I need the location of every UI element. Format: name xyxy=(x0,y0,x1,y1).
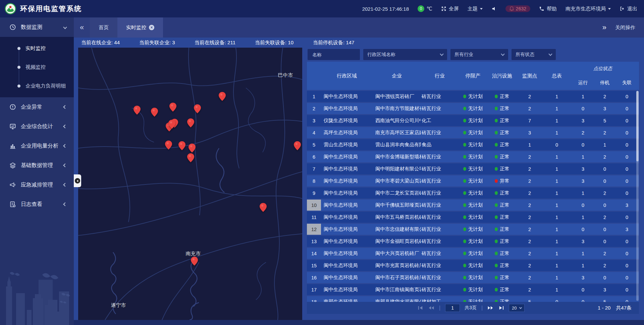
table-row[interactable]: 16阆中生态环境局阆中市石子页岩机砖厂砖瓦行业无计划正常21300 xyxy=(307,272,639,283)
cell-company: 阆中市忠信建材有限公 xyxy=(373,224,421,235)
temperature-badge: 0 xyxy=(418,5,424,12)
table-row[interactable]: 10阆中生态环境局阆中千佛镇五郎垭页岩砖瓦行业无计划正常21003 xyxy=(307,200,639,211)
map-pin[interactable] xyxy=(169,103,176,112)
chevron-left-icon xyxy=(63,105,67,109)
close-tab-icon[interactable]: × xyxy=(149,25,154,30)
sidebar-item-enterprise-abnormal[interactable]: 企业异常 xyxy=(0,97,74,117)
tab-home[interactable]: 首页 xyxy=(90,17,117,38)
map-pin[interactable] xyxy=(187,118,194,127)
top-right-toolbar: 2021-02-25 17:46:18 0 ℃ 全屏 主题 xyxy=(362,5,644,12)
map-pin[interactable] xyxy=(133,106,141,115)
table-row[interactable]: 15阆中生态环境局阆中市光富页岩机砖厂砖瓦行业无计划正常21120 xyxy=(307,260,639,271)
map-pin[interactable] xyxy=(178,141,185,150)
table-row[interactable]: 11阆中生态环境局阆中市五马桥页岩机砖砖瓦行业无计划正常21120 xyxy=(307,212,639,223)
row-number: 1 xyxy=(307,91,321,102)
table-row[interactable]: 8阆中生态环境局阆中市枣碧大梁山页岩砖瓦行业无计划异常21300 xyxy=(307,175,639,186)
table-row[interactable]: 17阆中生态环境局阆中市江南镇阆南页岩砖瓦行业无计划正常21030 xyxy=(307,284,639,295)
last-page-button[interactable] xyxy=(498,306,504,310)
map-pin[interactable] xyxy=(189,144,196,153)
sidebar-item-realtime-monitoring[interactable]: 实时监控 xyxy=(0,39,74,58)
cell-points: 2 xyxy=(517,212,542,223)
table-row[interactable]: 18南部生态环境局南部县建华水泥有限公建材加工无计划正常50050 xyxy=(307,296,639,302)
tab-realtime-monitoring[interactable]: 实时监控 × xyxy=(117,17,163,38)
industry-filter-select[interactable]: 所有行业 xyxy=(450,49,508,60)
sidebar-item-log-view[interactable]: 日志查看 xyxy=(0,195,74,214)
col-industry: 行业 xyxy=(421,62,459,90)
map-pin[interactable] xyxy=(191,257,198,266)
map-pin[interactable] xyxy=(165,141,172,150)
map-pin[interactable] xyxy=(219,92,226,101)
previous-page-button[interactable] xyxy=(428,306,434,310)
status-dot-green xyxy=(495,167,498,171)
map-pin[interactable] xyxy=(294,141,301,150)
cell-running: 1 xyxy=(571,187,595,199)
cell-meters: 1 xyxy=(542,224,571,235)
pagination-bar: | 1 共3页 | 20 1 - 20 共47条 xyxy=(307,302,639,314)
theme-dropdown[interactable]: 主题 xyxy=(468,6,483,12)
cell-facility: 正常 xyxy=(487,284,517,295)
map-pin[interactable] xyxy=(187,153,194,162)
table-row[interactable]: 6阆中生态环境局阆中市金博瑞新型墙材砖瓦行业无计划正常21120 xyxy=(307,151,639,162)
cell-lost: 0 xyxy=(615,187,639,199)
map-pin[interactable] xyxy=(194,104,201,113)
first-page-button[interactable] xyxy=(418,306,424,310)
name-filter[interactable] xyxy=(308,49,360,60)
status-dot-green xyxy=(463,227,466,231)
chevron-left-icon xyxy=(63,144,67,148)
region-filter-select[interactable]: 行政区域名称 xyxy=(363,49,447,60)
close-operations-button[interactable]: 关闭操作 xyxy=(615,24,635,31)
table-row[interactable]: 3仪陇生态环境局西南油气田分公司川中化工无计划正常71350 xyxy=(307,115,639,126)
next-page-button[interactable] xyxy=(487,306,493,310)
status-dot-green xyxy=(495,143,498,147)
map-pin[interactable] xyxy=(168,120,175,129)
page-size-select[interactable]: 20 xyxy=(509,304,524,312)
tabs-scroll-right-button[interactable]: » xyxy=(602,23,606,32)
current-page-input[interactable]: 1 xyxy=(445,304,460,312)
table-row[interactable]: 5营山生态环境局营山县润丰肉食品有限食品无计划正常10010 xyxy=(307,139,639,150)
table-row[interactable]: 14阆中生态环境局阆中大兴页岩机砖厂砖瓦行业无计划正常21120 xyxy=(307,248,639,259)
sidebar-item-data-monitoring[interactable]: 数据监测 xyxy=(0,17,74,37)
logout-button[interactable]: 退出 xyxy=(620,6,637,12)
row-number: 18 xyxy=(307,296,321,302)
fullscreen-button[interactable]: 全屏 xyxy=(441,6,459,12)
cell-industry: 砖瓦行业 xyxy=(421,187,459,199)
sidebar-item-basic-data[interactable]: 基础数据管理 xyxy=(0,156,74,175)
map-panel[interactable]: 巴中市南充市遂宁市 xyxy=(78,48,302,320)
cell-running: 0 xyxy=(571,139,595,150)
cell-region: 阆中生态环境局 xyxy=(321,91,373,102)
cell-facility: 正常 xyxy=(487,272,517,283)
cell-stopped: 1 xyxy=(595,139,615,150)
table-row[interactable]: 12阆中生态环境局阆中市忠信建材有限公砖瓦行业无计划正常21003 xyxy=(307,224,639,235)
table-row[interactable]: 7阆中生态环境局阆中明阳建材有限公司砖瓦行业无计划正常21300 xyxy=(307,163,639,174)
table-row[interactable]: 13阆中生态环境局阆中市金福旺页岩机砖砖瓦行业无计划正常21300 xyxy=(307,236,639,247)
table-scrollbar[interactable] xyxy=(636,91,639,301)
sidebar-item-power-analysis[interactable]: 企业用电量分析 xyxy=(0,136,74,156)
sidebar-item-video-monitoring[interactable]: 视频监控 xyxy=(0,58,74,76)
table-row[interactable]: 1阆中生态环境局阆中强锐页岩砖厂砖瓦行业无计划正常21120 xyxy=(307,91,639,102)
cell-limit: 无计划 xyxy=(459,200,487,211)
sound-button[interactable] xyxy=(491,6,497,11)
sidebar-item-enterprise-statistics[interactable]: 企业综合统计 xyxy=(0,117,74,136)
sidebar-item-emergency-reduction[interactable]: 应急减排管理 xyxy=(0,175,74,195)
tabs-scroll-left-button[interactable]: « xyxy=(74,17,90,38)
help-button[interactable]: 帮助 xyxy=(539,6,557,12)
sidebar-collapse-handle[interactable] xyxy=(74,174,81,187)
row-number: 8 xyxy=(307,175,321,186)
map-pin[interactable] xyxy=(260,203,267,212)
notification-badge[interactable]: 2632 xyxy=(505,5,530,12)
user-dropdown[interactable]: 南充市生态环境局 xyxy=(566,6,611,12)
name-filter-input[interactable] xyxy=(312,52,356,58)
sidebar-item-power-load-detail[interactable]: 企业电力负荷明细 xyxy=(0,76,74,95)
pager-separator: | xyxy=(439,305,440,311)
status-dot-green xyxy=(495,288,498,291)
map-pin[interactable] xyxy=(151,108,158,117)
status-filter-select[interactable]: 所有状态 xyxy=(512,49,556,60)
cell-limit: 无计划 xyxy=(459,212,487,223)
table-row[interactable]: 4高坪生态环境局南充市高坪区王家店建砖瓦行业无计划正常31220 xyxy=(307,127,639,138)
table-row[interactable]: 2阆中生态环境局阆中市南方节能建材有砖瓦行业无计划正常21030 xyxy=(307,103,639,114)
row-number: 15 xyxy=(307,260,321,271)
row-number: 6 xyxy=(307,151,321,162)
cell-facility: 正常 xyxy=(487,187,517,199)
cell-stopped: 2 xyxy=(595,151,615,162)
table-row[interactable]: 9阆中生态环境局阆中市二龙长宝页岩砖砖瓦行业无计划正常21120 xyxy=(307,187,639,199)
